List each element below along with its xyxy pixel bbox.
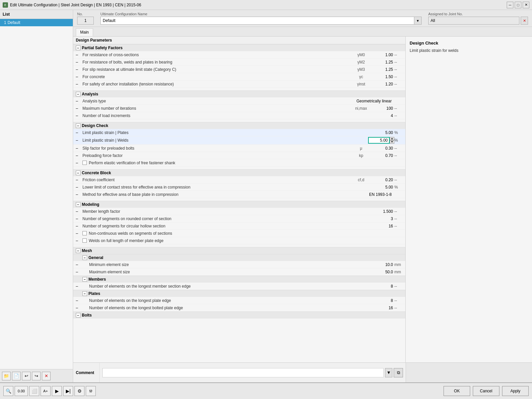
- param-name: For resistance of bolts, welds and plate…: [82, 60, 351, 65]
- minimize-button[interactable]: ─: [507, 2, 513, 8]
- param-row: – Method for effective area of base plat…: [73, 191, 405, 198]
- param-value: 4: [371, 113, 394, 118]
- modeling-rows: – Member length factor 1.500 -- – Number…: [73, 208, 405, 244]
- spacer: [73, 244, 405, 247]
- param-row-checkbox: – Non-continuous welds on segments of se…: [73, 230, 405, 237]
- spacer: [73, 119, 405, 122]
- delete-button[interactable]: ✕: [42, 372, 51, 380]
- indent: –: [76, 82, 82, 86]
- design-check-rows: – Limit plastic strain | Plates 5.00 % –…: [73, 129, 405, 167]
- left-panel: List 1 Default 📁 📄 ↩ ↪ ✕: [0, 10, 73, 382]
- concrete-block-label: Concrete Block: [82, 171, 111, 175]
- main-container: List 1 Default 📁 📄 ↩ ↪ ✕ No.: [0, 10, 532, 399]
- param-value: 1.25: [371, 60, 394, 65]
- non-continuous-welds-checkbox[interactable]: [82, 231, 87, 235]
- param-name: Lower limit of contact stress for effect…: [82, 185, 351, 190]
- search-tool-button[interactable]: 🔍: [3, 386, 13, 396]
- param-row: – Minimum element size 10.0 mm: [73, 261, 405, 268]
- param-name: For safety of anchor installation (tensi…: [82, 82, 351, 86]
- param-unit: --: [394, 60, 403, 65]
- param-row: – Number of load increments 4 --: [73, 112, 405, 119]
- mesh-toggle[interactable]: −: [76, 248, 80, 253]
- tab-main[interactable]: Main: [76, 28, 93, 36]
- mesh-members-toggle[interactable]: −: [82, 277, 87, 282]
- mesh-plates-rows: – Number of elements on the longest plat…: [73, 297, 405, 312]
- limit-plastic-welds-input[interactable]: [368, 137, 390, 144]
- window-controls[interactable]: ─ □ ✕: [507, 2, 529, 8]
- indent: –: [76, 138, 82, 143]
- indent: –: [76, 209, 82, 214]
- spin-down-button[interactable]: ▼: [390, 140, 394, 144]
- param-name: For slip resistance at ultimate limit st…: [82, 67, 351, 72]
- param-unit: --: [394, 224, 403, 228]
- concrete-block-toggle[interactable]: −: [76, 171, 80, 175]
- mesh-plates-toggle[interactable]: −: [82, 291, 87, 296]
- param-row: – Number of elements on the longest plat…: [73, 297, 405, 304]
- param-value: 50.0: [371, 270, 394, 274]
- design-check-right-panel: Design Check Limit plastic strain for we…: [406, 37, 532, 362]
- square-tool-button[interactable]: ⬜: [29, 386, 39, 396]
- maximize-button[interactable]: □: [515, 2, 521, 8]
- name-dropdown-button[interactable]: ▼: [414, 17, 422, 25]
- param-value: 0.70: [371, 153, 394, 158]
- cancel-button[interactable]: Cancel: [473, 386, 499, 396]
- mesh-general-toggle[interactable]: −: [82, 255, 87, 260]
- mesh-header: − Mesh: [73, 247, 405, 254]
- list-item-name: Default: [8, 20, 20, 25]
- param-unit: mm: [394, 270, 403, 274]
- param-row: – Number of segments for circular hollow…: [73, 222, 405, 230]
- add-from-file-button[interactable]: 📁: [2, 372, 11, 380]
- partial-safety-factors-header: − Partial Safety Factors: [73, 44, 405, 51]
- param-name: Method for effective area of base plate …: [82, 192, 331, 197]
- welds-full-length-checkbox[interactable]: [82, 238, 87, 243]
- apply-button[interactable]: Apply: [502, 386, 529, 396]
- indent: –: [76, 224, 82, 228]
- bolts-toggle[interactable]: −: [76, 313, 80, 318]
- analysis-toggle[interactable]: −: [76, 92, 80, 96]
- text-tool-button[interactable]: A+: [41, 386, 51, 396]
- partial-safety-factors-toggle[interactable]: −: [76, 46, 80, 50]
- comment-input[interactable]: [102, 368, 384, 377]
- assigned-input[interactable]: [428, 17, 519, 25]
- param-name: Number of elements on the longest plate …: [89, 298, 351, 303]
- params-panel: Design Parameters − Partial Safety Facto…: [73, 37, 406, 362]
- design-check-right-title: Design Check: [410, 41, 528, 46]
- elastic-verification-checkbox[interactable]: [82, 161, 87, 165]
- param-name: Number of elements on the longest member…: [89, 284, 351, 289]
- indent2: –: [76, 262, 89, 267]
- param-row: – Maximum number of iterations ni,max 10…: [73, 105, 405, 112]
- comment-copy-button[interactable]: ⧉: [394, 368, 403, 377]
- indent: –: [76, 185, 82, 190]
- settings-tool-button[interactable]: ⚙: [74, 386, 84, 396]
- undo-button[interactable]: ↩: [22, 372, 31, 380]
- comment-dropdown-button[interactable]: ▼: [385, 368, 392, 377]
- param-row: – Number of elements on the longest bolt…: [73, 304, 405, 312]
- param-row: – For slip resistance at ultimate limit …: [73, 66, 405, 73]
- modeling-toggle[interactable]: −: [76, 202, 80, 207]
- play-tool-button[interactable]: ▶: [52, 386, 62, 396]
- add-button[interactable]: 📄: [12, 372, 21, 380]
- param-value: 5.00: [371, 130, 394, 135]
- assigned-clear-button[interactable]: ✕: [521, 17, 528, 25]
- param-value: 1.20: [371, 82, 394, 86]
- param-symbol: γc: [351, 74, 371, 79]
- name-input[interactable]: [100, 17, 414, 25]
- play-end-tool-button[interactable]: ▶|: [63, 386, 73, 396]
- zero-tool-button[interactable]: 0.00: [15, 386, 28, 396]
- ok-button[interactable]: OK: [444, 386, 470, 396]
- param-name: Member length factor: [82, 209, 351, 214]
- content-area: List 1 Default 📁 📄 ↩ ↪ ✕ No.: [0, 10, 532, 382]
- design-check-toggle[interactable]: −: [76, 123, 80, 128]
- list-item[interactable]: 1 Default: [0, 19, 73, 26]
- partial-safety-factors-rows: – For resistance of cross-sections γM0 1…: [73, 51, 405, 88]
- close-button[interactable]: ✕: [523, 2, 529, 8]
- param-row: – For concrete γc 1.50 --: [73, 73, 405, 80]
- redo-button[interactable]: ↪: [32, 372, 41, 380]
- function-tool-button[interactable]: f∂: [86, 386, 96, 396]
- analysis-rows: – Analysis type Geometrically linear – M…: [73, 97, 405, 119]
- spin-up-button[interactable]: ▲: [390, 137, 394, 140]
- no-input[interactable]: [77, 17, 94, 25]
- mesh-label: Mesh: [82, 248, 92, 253]
- param-symbol: γM0: [351, 53, 371, 57]
- param-unit: --: [394, 284, 403, 289]
